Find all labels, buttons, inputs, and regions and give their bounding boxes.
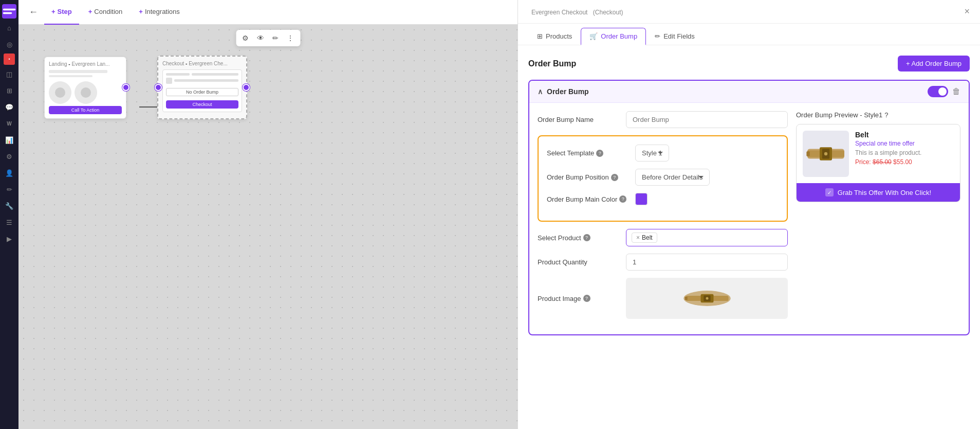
- wrench-icon[interactable]: 🔧: [2, 199, 16, 213]
- tab-order-bump[interactable]: 🛒 Order Bump: [581, 28, 646, 45]
- skeleton-2: [49, 75, 93, 77]
- position-label: Order Bump Position ?: [547, 173, 629, 181]
- product-image-container: [626, 278, 788, 319]
- top-bar: ← + Step + Condition + Integrations: [19, 0, 517, 25]
- landing-right-connector: [122, 84, 130, 91]
- play-icon[interactable]: ▶: [2, 231, 16, 246]
- color-swatch[interactable]: [635, 193, 648, 205]
- product-belt-image: [681, 283, 733, 314]
- svg-point-12: [824, 152, 827, 155]
- left-sidebar: ⌂ ◎ • ◫ ⊞ 💬 W 📊 ⚙ 👤 ✏ 🔧 ☰ ▶: [0, 0, 19, 429]
- node-circle-1: [49, 81, 71, 104]
- canvas-gear-button[interactable]: ⚙: [240, 32, 251, 44]
- quantity-row: Product Quantity: [538, 254, 788, 271]
- ob-card-body: Order Bump Name Select Template ?: [529, 103, 969, 334]
- ob-card-actions: 🗑: [928, 86, 960, 97]
- checkout-right-connector: [243, 84, 250, 91]
- chart-icon[interactable]: 📊: [2, 133, 16, 147]
- checkout-node-title: Checkout - Evergreen Che...: [162, 61, 242, 66]
- canvas-edit-button[interactable]: ✏: [270, 32, 281, 44]
- preview-product: Belt Special one time offer This is a si…: [797, 124, 960, 183]
- panel-content: Order Bump + Add Order Bump ∧ Order Bump…: [518, 45, 980, 429]
- preview-price: Price: $65.00 $55.00: [855, 158, 921, 166]
- list-icon[interactable]: ☰: [2, 215, 16, 229]
- product-row: Select Product ? × Belt: [538, 229, 788, 246]
- belt-tag: × Belt: [632, 233, 657, 243]
- name-label: Order Bump Name: [538, 116, 620, 123]
- chevron-up-icon[interactable]: ∧: [538, 87, 543, 96]
- skeleton-1: [49, 70, 107, 73]
- ob-preview: Order Bump Preview - Style1 ?: [796, 111, 960, 326]
- product-tag-input[interactable]: × Belt: [626, 229, 788, 246]
- quantity-label: Product Quantity: [538, 258, 620, 266]
- canvas-eye-button[interactable]: 👁: [255, 32, 266, 44]
- woo-icon[interactable]: W: [2, 116, 16, 131]
- tab-edit-fields[interactable]: ✏ Edit Fields: [646, 28, 704, 45]
- checkout-inner: No Order Bump Checkout: [162, 69, 242, 112]
- canvas-more-button[interactable]: ⋮: [285, 32, 296, 44]
- pencil-icon[interactable]: ✏: [2, 182, 16, 196]
- color-row: Order Bump Main Color ?: [547, 193, 779, 205]
- preview-product-image: [803, 131, 849, 177]
- ob-form: Order Bump Name Select Template ?: [538, 111, 788, 326]
- checkout-btn[interactable]: Checkout: [166, 100, 238, 109]
- checkout-left-connector: [155, 84, 162, 91]
- flow-container: Landing - Evergreen Lan... Call To Actio…: [44, 56, 247, 119]
- cta-checkbox-icon: ✓: [825, 188, 834, 196]
- tab-products[interactable]: ⊞ Products: [528, 28, 581, 45]
- landing-node-title: Landing - Evergreen Lan...: [49, 61, 122, 67]
- target-icon[interactable]: ◎: [2, 37, 16, 51]
- call-to-action-node-btn[interactable]: Call To Action: [49, 106, 122, 114]
- tag-icon[interactable]: ⊞: [2, 83, 16, 98]
- color-label: Order Bump Main Color ?: [547, 195, 629, 203]
- template-row: Select Template ? Style 1: [547, 145, 779, 162]
- position-select[interactable]: Before Order Details: [635, 169, 710, 186]
- product-help-icon[interactable]: ?: [583, 234, 590, 241]
- template-select[interactable]: Style 1: [635, 145, 669, 162]
- name-input[interactable]: [626, 111, 788, 128]
- position-select-wrapper: Before Order Details: [635, 169, 779, 186]
- panel-close-button[interactable]: ×: [964, 6, 970, 17]
- ob-delete-button[interactable]: 🗑: [952, 87, 960, 96]
- preview-help-icon[interactable]: ?: [884, 111, 888, 119]
- preview-offer-text: Special one time offer: [855, 140, 921, 147]
- landing-node[interactable]: Landing - Evergreen Lan... Call To Actio…: [44, 57, 126, 119]
- back-button[interactable]: ←: [25, 5, 42, 20]
- canvas: ⚙ 👁 ✏ ⋮ Landing - Evergreen Lan...: [19, 25, 517, 429]
- chat-icon[interactable]: 💬: [2, 100, 16, 114]
- ob-card-header: ∧ Order Bump 🗑: [529, 81, 969, 103]
- order-bump-section-title: Order Bump: [528, 59, 576, 68]
- add-order-bump-button[interactable]: + Add Order Bump: [898, 56, 970, 72]
- panel-header: Evergreen Checkout (Checkout) ×: [518, 0, 980, 24]
- color-help-icon[interactable]: ?: [619, 195, 626, 203]
- tab-condition[interactable]: + Condition: [81, 0, 130, 25]
- node-circle-2: [75, 81, 97, 104]
- image-row: Product Image ?: [538, 278, 788, 319]
- settings-gear-icon[interactable]: ⚙: [2, 149, 16, 164]
- position-row: Order Bump Position ? Before Order Detai…: [547, 169, 779, 186]
- highlighted-settings-box: Select Template ? Style 1: [538, 135, 788, 222]
- checkout-node[interactable]: Checkout - Evergreen Che... No Order Bum…: [157, 56, 247, 119]
- name-row: Order Bump Name: [538, 111, 788, 128]
- canvas-toolbar: ⚙ 👁 ✏ ⋮: [236, 30, 300, 46]
- image-help-icon[interactable]: ?: [583, 295, 590, 302]
- preview-title: Order Bump Preview - Style1 ?: [796, 111, 960, 119]
- quantity-input[interactable]: [626, 254, 788, 271]
- order-bump-header: Order Bump + Add Order Bump: [528, 56, 970, 72]
- layers-icon[interactable]: ◫: [2, 67, 16, 81]
- preview-old-price: $65.00: [873, 158, 892, 166]
- template-help-icon[interactable]: ?: [596, 150, 603, 157]
- position-help-icon[interactable]: ?: [611, 174, 618, 181]
- ob-toggle[interactable]: [928, 86, 948, 97]
- tag-remove-icon[interactable]: ×: [636, 234, 640, 241]
- preview-description: This is a simple product.: [855, 149, 921, 156]
- tab-integrations[interactable]: + Integrations: [132, 0, 187, 25]
- image-label: Product Image ?: [538, 295, 620, 302]
- no-order-bump-btn[interactable]: No Order Bump: [166, 88, 238, 96]
- right-panel: Evergreen Checkout (Checkout) × ⊞ Produc…: [517, 0, 980, 429]
- user-icon[interactable]: 👤: [2, 166, 16, 180]
- order-bump-card: ∧ Order Bump 🗑 Order Bump Name: [528, 80, 970, 335]
- tab-step[interactable]: + Step: [44, 0, 79, 25]
- home-icon[interactable]: ⌂: [2, 21, 16, 35]
- template-label: Select Template ?: [547, 149, 629, 157]
